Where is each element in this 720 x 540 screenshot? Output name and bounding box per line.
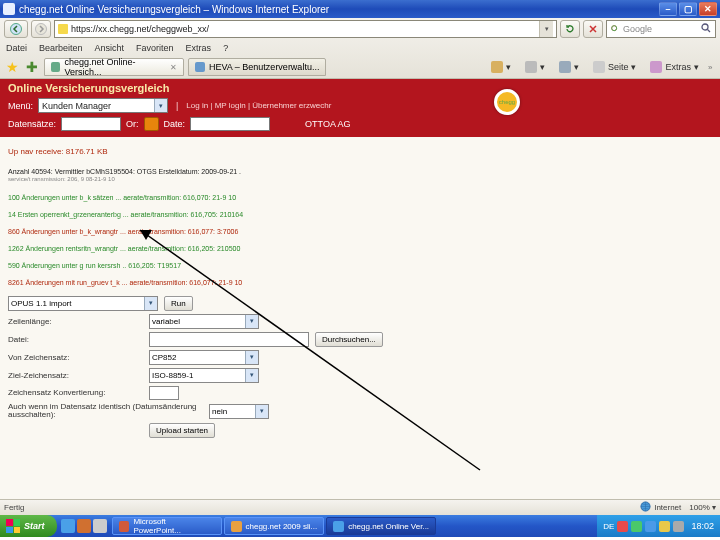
start-button[interactable]: Start [0,515,57,537]
task-powerpoint[interactable]: Microsoft PowerPoint... [112,517,222,535]
data-line: 8261 Änderungen mit run_gruev t_k ... ae… [8,279,712,286]
firefox-quicklaunch-icon[interactable] [77,519,91,533]
import-type-select[interactable]: OPUS 1.1 import▾ [8,296,158,311]
upload-form: OPUS 1.1 import▾ Run Zeilenlänge: variab… [8,296,712,439]
search-box[interactable]: Google [606,20,716,38]
print-tool[interactable]: ▾ [554,59,584,75]
konvertierung-input[interactable] [149,386,179,400]
tab-icon [51,62,60,72]
ie-nav-row: https://xx.chegg.net/cheggweb_xx/ ▾ Goog… [0,18,720,40]
home-tool[interactable]: ▾ [486,59,516,75]
desktop-quicklaunch-icon[interactable] [93,519,107,533]
data-lines: 100 Änderungen unter b_k sätzen ... aera… [8,194,712,286]
extras-tool[interactable]: Extras ▾ [645,59,704,75]
zoom-control[interactable]: 100% ▾ [689,503,716,512]
svg-point-4 [702,24,708,30]
tray-icon[interactable] [617,521,628,532]
address-dropdown-icon[interactable]: ▾ [539,21,553,37]
windows-logo-icon [6,519,20,533]
or-label: Or: [126,119,139,129]
address-bar[interactable]: https://xx.chegg.net/cheggweb_xx/ ▾ [54,20,557,38]
close-button[interactable]: ✕ [699,2,717,16]
upload-info: Up nav receive: 8176.71 KB [8,147,712,156]
main-menu-select[interactable]: Kunden Manager ▾ [38,98,168,113]
tab-chegg[interactable]: chegg.net Online-Versich... ✕ [44,58,184,76]
zeilenlange-label: Zeilenlänge: [8,317,143,326]
chegg-badge: chegg [494,89,520,115]
feeds-tool[interactable]: ▾ [520,59,550,75]
header-links[interactable]: Log in | MP login | Übernehmer erzwechr [186,101,331,110]
menu-extras[interactable]: Extras [186,43,212,53]
add-favorite-icon[interactable]: ✚ [24,59,40,75]
search-placeholder: Google [623,24,652,34]
forward-button[interactable] [31,20,51,38]
summary-sub: service/t ransmission: 206, 9 08-21-9 10 [8,176,712,183]
page-tool[interactable]: Seite ▾ [588,59,642,75]
lang-indicator[interactable]: DE [603,522,614,531]
go-button[interactable] [144,117,159,131]
chevron-down-icon: ▾ [144,297,157,310]
tray-icon[interactable] [659,521,670,532]
app-title: Online Versicherungsvergleich [8,82,712,94]
search-input[interactable] [61,117,121,131]
search-label: Datensätze: [8,119,56,129]
refresh-button[interactable] [560,20,580,38]
zeilenlange-select[interactable]: variabel▾ [149,314,259,329]
browse-button[interactable]: Durchsuchen... [315,332,383,347]
konvertierung-label: Zeichensatz Konvertierung: [8,388,143,397]
summary-line: Anzahl 40594: Vermittler bCMhS195504: OT… [8,168,712,176]
data-line: 1262 Änderungen rentsritn_wrangtr ... ae… [8,245,712,252]
date-input[interactable] [190,117,270,131]
menu-favoriten[interactable]: Favoriten [136,43,174,53]
ziel-zeichensatz-select[interactable]: ISO-8859-1▾ [149,368,259,383]
datei-label: Datei: [8,335,143,344]
tray-icon[interactable] [631,521,642,532]
tray-icon[interactable] [673,521,684,532]
search-icon[interactable] [700,22,712,36]
windows-taskbar: Start Microsoft PowerPoint... chegg.net … [0,515,720,537]
tray-icon[interactable] [645,521,656,532]
data-line: 100 Änderungen unter b_k sätzen ... aera… [8,194,712,201]
status-text: Fertig [4,503,24,512]
menu-bearbeiten[interactable]: Bearbeiten [39,43,83,53]
menu-ansicht[interactable]: Ansicht [95,43,125,53]
chevron-down-icon: ▾ [245,369,258,382]
tab-icon [195,62,205,72]
chevron-down-icon: ▾ [245,351,258,364]
task-chegg-slides[interactable]: chegg.net 2009 sli... [224,517,325,535]
chevron-down-icon: ▾ [255,405,268,418]
ie-tabs-row: ★ ✚ chegg.net Online-Versich... ✕ HEVA –… [0,56,720,78]
von-zeichensatz-select[interactable]: CP852▾ [149,350,259,365]
print-icon [559,61,571,73]
chevron-right-icon[interactable]: » [708,63,716,72]
ie-quicklaunch-icon[interactable] [61,519,75,533]
taskbar-clock[interactable]: 18:02 [691,521,714,531]
minimize-button[interactable]: – [659,2,677,16]
tab-heva[interactable]: HEVA – Benutzerverwaltu... [188,58,326,76]
data-line: 14 Ersten operrenkt_grzeneranterbg ... a… [8,211,712,218]
security-zone[interactable]: Internet [640,501,681,514]
ie-icon [333,521,344,532]
content-area: Up nav receive: 8176.71 KB Anzahl 40594:… [0,137,720,499]
menu-datei[interactable]: Datei [6,43,27,53]
svg-point-3 [612,26,617,31]
tab-close-icon[interactable]: ✕ [170,63,177,72]
datei-input[interactable] [149,332,309,347]
window-favicon [3,3,15,15]
chevron-down-icon: ▾ [154,99,167,112]
favorites-star-icon[interactable]: ★ [4,59,20,75]
system-tray: DE 18:02 [597,515,720,537]
ie-menu-row: Datei Bearbeiten Ansicht Favoriten Extra… [0,40,720,56]
data-line: 860 Änderungen unter b_k_wrangtr ... aer… [8,228,712,235]
auch-identisch-select[interactable]: nein▾ [209,404,269,419]
home-icon [491,61,503,73]
menu-help[interactable]: ? [223,43,228,53]
maximize-button[interactable]: ▢ [679,2,697,16]
upload-start-button[interactable]: Upload starten [149,423,215,438]
task-ie-chegg[interactable]: chegg.net Online Ver... [326,517,436,535]
run-button[interactable]: Run [164,296,193,311]
stop-button[interactable] [583,20,603,38]
back-button[interactable] [4,20,28,38]
chevron-down-icon: ▾ [245,315,258,328]
company-name: OTTOA AG [305,119,350,129]
